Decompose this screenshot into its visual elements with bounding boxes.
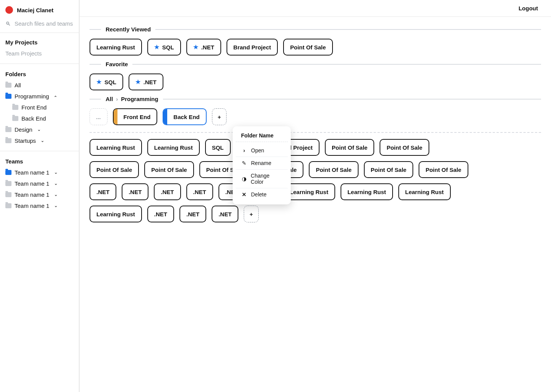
- folder-chip-front-end[interactable]: Front End: [113, 108, 158, 125]
- chip-label: Point Of Sale: [386, 144, 422, 151]
- main: Logout Recently Viewed Learning RustSQL.…: [80, 0, 551, 392]
- project-chip[interactable]: .NET: [186, 183, 213, 200]
- user-block: Maciej Clanet: [0, 0, 79, 18]
- project-chip[interactable]: SQL: [205, 139, 231, 156]
- breadcrumb: All Programming: [106, 96, 158, 102]
- project-chip[interactable]: .NET: [212, 206, 238, 222]
- project-chip[interactable]: .NET: [90, 183, 116, 200]
- folder-icon: [5, 203, 11, 208]
- chevron-down-icon: [54, 180, 58, 187]
- ctx-change-color[interactable]: Change Color: [236, 170, 288, 188]
- team-item[interactable]: Team name 1: [5, 189, 73, 200]
- folder-chip-label: Back End: [167, 109, 205, 124]
- topbar: Logout: [80, 0, 551, 17]
- project-chip[interactable]: .NET: [147, 206, 174, 222]
- section-breadcrumb-header: All Programming: [90, 96, 541, 102]
- ctx-open[interactable]: Open: [236, 144, 288, 157]
- star-icon: [193, 44, 198, 51]
- folder-label: Programming: [15, 93, 49, 100]
- add-item-button[interactable]: +: [244, 206, 259, 222]
- project-chip[interactable]: .NET: [129, 74, 163, 90]
- team-label: Team name 1: [15, 203, 49, 209]
- team-item[interactable]: Team name 1: [5, 178, 73, 189]
- folder-icon: [5, 170, 11, 175]
- chip-label: Point Of Sale: [332, 144, 367, 151]
- folder-programming[interactable]: Programming: [5, 91, 73, 102]
- ctx-rename[interactable]: Rename: [236, 157, 288, 170]
- team-item[interactable]: Team name 1: [5, 200, 73, 211]
- folder-placeholder[interactable]: ...: [90, 108, 108, 125]
- search-field[interactable]: [0, 18, 79, 33]
- ctx-label: Change Color: [251, 173, 282, 185]
- ctx-label: Rename: [251, 160, 271, 166]
- chevron-down-icon: [54, 191, 58, 198]
- project-chip[interactable]: Learning Rust: [398, 183, 451, 200]
- chip-label: SQL: [162, 44, 174, 51]
- chip-label: Learning Rust: [290, 189, 328, 195]
- context-menu: Folder Name Open Rename Change Color Del…: [233, 126, 291, 204]
- project-chip[interactable]: Brand Project: [227, 39, 278, 56]
- folder-label: All: [15, 82, 21, 88]
- folder-chip-back-end[interactable]: Back End: [163, 108, 206, 125]
- chip-label: .NET: [161, 189, 174, 195]
- section-title: Recently Viewed: [106, 26, 151, 33]
- folder-icon: [12, 105, 18, 110]
- folder-chip-row: ... Front End Back End +: [90, 108, 541, 125]
- star-icon: [96, 78, 101, 85]
- chip-label: Brand Project: [233, 44, 271, 51]
- add-folder-button[interactable]: +: [212, 108, 227, 125]
- project-chip[interactable]: Learning Rust: [90, 139, 142, 156]
- project-chip[interactable]: .NET: [122, 183, 148, 200]
- chip-label: Point Of Sale: [151, 167, 187, 173]
- project-chip[interactable]: SQL: [147, 39, 181, 56]
- project-chip[interactable]: Point Of Sale: [309, 161, 358, 178]
- project-chip[interactable]: Point Of Sale: [90, 161, 139, 178]
- chip-label: Point Of Sale: [290, 44, 326, 51]
- search-input[interactable]: [14, 20, 73, 27]
- project-chip[interactable]: SQL: [90, 74, 123, 90]
- project-chip[interactable]: .NET: [186, 39, 221, 56]
- project-chip[interactable]: Learning Rust: [90, 206, 142, 222]
- dashed-divider: [90, 132, 541, 133]
- user-name: Maciej Clanet: [17, 7, 54, 13]
- chip-label: .NET: [201, 44, 214, 51]
- recently-viewed-list: Learning RustSQL.NETBrand ProjectPoint O…: [90, 39, 541, 56]
- project-chip[interactable]: Point Of Sale: [325, 139, 374, 156]
- folder-all[interactable]: All: [5, 80, 73, 91]
- star-icon: [135, 78, 140, 85]
- folder-back-end[interactable]: Back End: [5, 113, 73, 124]
- project-chip[interactable]: Point Of Sale: [364, 161, 413, 178]
- nav-my-projects[interactable]: My Projects: [5, 37, 73, 48]
- project-chip[interactable]: Point Of Sale: [283, 39, 333, 56]
- project-chip[interactable]: Learning Rust: [147, 139, 200, 156]
- project-chip[interactable]: .NET: [154, 183, 181, 200]
- folder-front-end[interactable]: Front End: [5, 102, 73, 113]
- project-chip[interactable]: Learning Rust: [341, 183, 393, 200]
- section-recently-viewed-header: Recently Viewed: [90, 26, 541, 33]
- project-chip[interactable]: Learning Rust: [90, 39, 142, 56]
- folder-icon: [5, 94, 11, 99]
- context-menu-title: Folder Name: [236, 131, 288, 142]
- project-chip[interactable]: Point Of Sale: [380, 139, 429, 156]
- folder-icon: [5, 138, 11, 143]
- project-chip[interactable]: .NET: [179, 206, 206, 222]
- ctx-delete[interactable]: Delete: [236, 188, 288, 201]
- chip-label: SQL: [104, 79, 116, 85]
- chip-label: Learning Rust: [96, 44, 135, 51]
- project-chip[interactable]: Point Of Sale: [144, 161, 194, 178]
- chip-label: .NET: [186, 211, 199, 217]
- search-icon: [5, 21, 11, 27]
- chip-label: Learning Rust: [96, 144, 135, 151]
- team-item[interactable]: Team name 1: [5, 167, 73, 178]
- chevron-down-icon: [54, 203, 58, 209]
- breadcrumb-root[interactable]: All: [106, 96, 113, 102]
- team-label: Team name 1: [15, 191, 49, 198]
- folder-chip-label: Front End: [117, 109, 157, 124]
- team-label: Team name 1: [15, 169, 49, 176]
- nav-team-projects[interactable]: Team Projects: [5, 48, 73, 59]
- folder-design[interactable]: Design: [5, 124, 73, 135]
- folder-label: Startups: [15, 137, 36, 144]
- folder-startups[interactable]: Startups: [5, 135, 73, 146]
- project-chip[interactable]: Point Of Sale: [419, 161, 468, 178]
- logout-link[interactable]: Logout: [518, 5, 538, 11]
